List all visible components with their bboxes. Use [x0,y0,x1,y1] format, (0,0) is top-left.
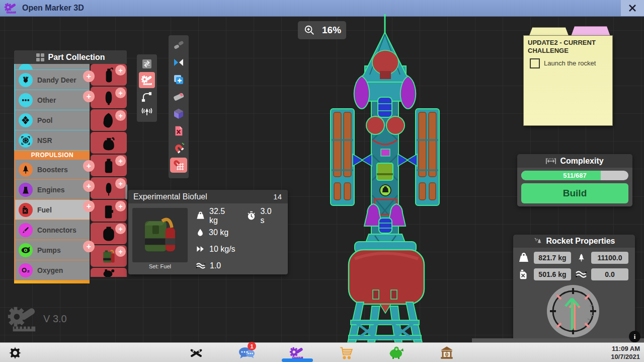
add-part-button[interactable]: + [115,156,126,166]
add-part-button[interactable]: + [115,201,126,211]
bank-button[interactable] [436,344,458,361]
part-tile-jug[interactable] [91,132,127,154]
thrust-rocket-icon [574,252,589,263]
complexity-ruler-icon [546,158,556,165]
rocket-model[interactable] [304,14,465,344]
orientation-compass[interactable] [545,283,601,339]
marker-tool-icon [141,74,153,86]
version-label: V 3.0 [43,313,67,325]
part-tile-fuel-cell[interactable]: + [91,200,127,222]
add-part-button[interactable]: + [83,70,95,82]
eraser-button[interactable] [170,89,187,104]
part-collection-header[interactable]: Part Collection [14,50,127,64]
task-checkbox[interactable] [530,58,540,68]
part-tile-capsule[interactable]: + [91,87,127,108]
game-window: Open Marker 3D [0,0,644,362]
app-logo-icon [4,2,17,15]
complexity-progress-label: 511/687 [521,171,628,180]
info-button[interactable]: i [629,331,640,342]
cube-button[interactable] [170,106,187,121]
fuel-mass-value: 501.6 kg [534,268,571,280]
duplicate-button[interactable] [170,72,187,87]
part-tiles-list: + + + + + + + [91,64,127,278]
chat-notification-badge: 1 [248,342,256,350]
category-item-dandy-deer[interactable]: Dandy Deer + [14,70,90,90]
category-item-engines[interactable]: Engines + [14,180,90,200]
add-part-button[interactable]: + [115,246,126,257]
part-tile-canister[interactable]: + [91,155,127,176]
settings-button[interactable] [4,344,26,361]
category-item-partial[interactable] [14,64,90,70]
tiles-scrollbar[interactable] [125,184,127,199]
list-footer-bar [14,280,90,283]
flow-icon [574,268,589,280]
sticky-note[interactable]: UPDATE2 - CURRENT CHALLENGE Launch the r… [523,35,613,126]
note-task: Launch the rocket [530,58,608,68]
category-item-boosters[interactable]: Boosters + [14,160,90,180]
category-item-fuel[interactable]: Fuel + [14,200,90,220]
magnet-button[interactable] [170,140,187,156]
add-part-button[interactable]: + [115,110,126,121]
part-preview-image [132,208,188,262]
piggy-bank-icon: 0 [388,346,405,360]
complexity-progress-bar: 511/687 [521,171,628,180]
chat-button[interactable]: 1 [235,344,258,361]
signal-tool-button[interactable] [139,104,155,118]
category-item-pool[interactable]: Pool [14,110,90,130]
delete-part-button[interactable] [170,123,187,138]
zoom-magnifier-icon [304,25,315,36]
add-part-button[interactable]: + [83,200,95,212]
main-toolbar [169,35,189,178]
swap-mode-button[interactable] [139,57,155,71]
marker-tool-button[interactable] [139,72,155,88]
bank-building-icon [439,346,454,360]
pipe-tool-button[interactable] [139,89,155,103]
close-button[interactable] [621,0,644,16]
category-list: Dandy Deer + Other + Pool NSR PROPULSION [14,64,90,283]
shop-button[interactable] [335,344,357,361]
category-item-connectors[interactable]: Connectors [14,220,90,240]
mirror-button[interactable] [170,55,187,70]
canvas-horizontal-scrollbar[interactable] [472,338,644,342]
complexity-panel: Complexity 511/687 Build [517,154,632,206]
part-tile-teardrop[interactable]: + [91,109,127,131]
flow-value: 0.0 [591,268,628,280]
add-part-button[interactable]: + [83,180,95,192]
category-item-pumps[interactable]: Pumps + [14,240,90,260]
category-item-other[interactable]: Other + [14,90,90,110]
mini-toolbar [137,54,157,122]
add-part-button[interactable]: + [83,160,95,172]
weight-icon [516,252,531,264]
add-part-button[interactable]: + [115,65,126,76]
add-part-button[interactable]: + [83,91,95,102]
engine-icon [19,183,33,197]
part-tile-extinguisher[interactable]: + [91,64,127,86]
add-part-button[interactable]: + [83,241,95,252]
snap-grid-button[interactable] [170,158,187,173]
part-tile-small-capsule[interactable]: + [91,177,127,199]
category-item-nsr[interactable]: NSR [14,130,90,151]
category-item-oxygen[interactable]: O₂ Oxygen [14,260,90,280]
flow-rate-icon [196,244,205,254]
taskbar: 1 0 [0,342,644,362]
booster-icon [19,163,33,177]
add-part-button[interactable]: + [115,88,126,98]
add-part-button[interactable]: + [115,224,126,234]
fuel-can-icon [516,269,531,280]
tooltip-part-name: Experimental Biofuel [133,192,273,201]
part-tile-round-tank[interactable]: + [91,223,127,244]
stat-mass: 32.5 kg [196,207,235,225]
total-mass-value: 821.7 kg [534,252,571,264]
connector-pen-button[interactable] [170,38,187,53]
part-tooltip: Experimental Biofuel 14 Set: Fuel [128,190,288,274]
stat-flow-rate: 10 kg/s [196,241,285,257]
battle-mode-button[interactable] [185,344,207,361]
zoom-indicator: 16% [298,21,346,39]
part-tile-experimental-biofuel[interactable]: + [91,245,127,267]
collection-grid-icon [36,53,44,61]
savings-button[interactable]: 0 [385,344,408,361]
oxygen-icon: O₂ [19,263,33,277]
add-part-button[interactable]: + [115,178,126,189]
build-button[interactable]: Build [521,183,628,203]
part-tile-pump[interactable] [91,268,127,277]
